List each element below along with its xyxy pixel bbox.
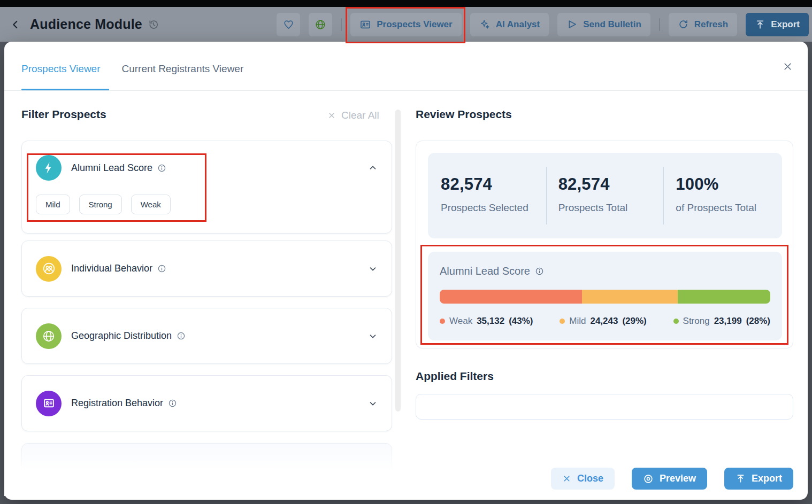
filter-card-partial[interactable] [21, 443, 392, 492]
tabs-divider [4, 90, 808, 91]
sparkle-icon [479, 19, 491, 30]
prospects-viewer-button[interactable]: Prospects Viewer [350, 13, 461, 36]
chevron-down-icon[interactable] [368, 264, 378, 274]
stat-percent-of-total: 100% of Prospects Total [664, 175, 781, 216]
prospects-viewer-label: Prospects Viewer [377, 19, 452, 30]
lightning-icon [36, 155, 62, 181]
stat-label: Prospects Selected [441, 200, 529, 216]
info-icon[interactable] [177, 331, 186, 340]
ai-analyst-label: AI Analyst [496, 19, 540, 30]
legend-dot [560, 319, 565, 324]
tab-current-registrants-viewer[interactable]: Current Registrants Viewer [122, 63, 244, 75]
modal-footer: Close Preview Export [551, 468, 793, 490]
filter-chips: Mild Strong Weak [22, 181, 392, 214]
legend-value: 23,199 [714, 316, 742, 327]
globe-icon [36, 323, 62, 349]
stat-value: 82,574 [558, 175, 664, 194]
history-icon[interactable] [148, 19, 159, 30]
preview-button[interactable]: Preview [632, 468, 707, 490]
prospects-stats-panel: 82,574 Prospects Selected 82,574 Prospec… [428, 153, 782, 238]
bar-segment-strong [678, 290, 770, 304]
language-button[interactable] [309, 13, 332, 36]
filter-card-geographic-distribution[interactable]: Geographic Distribution [21, 308, 392, 364]
legend-item-mild: Mild 24,243 (29%) [560, 316, 647, 327]
filter-prospects-heading: Filter Prospects [21, 108, 106, 121]
filter-card-alumni-lead-score[interactable]: Alumni Lead Score Mild Strong Weak [21, 141, 392, 234]
close-icon [782, 61, 793, 72]
chevron-down-icon[interactable] [368, 331, 378, 341]
bar-segment-mild [582, 290, 678, 304]
filter-card-header: Individual Behavior [22, 241, 392, 296]
filter-card-individual-behavior[interactable]: Individual Behavior [21, 241, 392, 297]
eye-icon [643, 474, 654, 484]
info-icon[interactable] [157, 164, 166, 173]
clear-all-button[interactable]: Clear All [327, 110, 379, 121]
chip-mild[interactable]: Mild [36, 195, 70, 214]
stat-prospects-total: 82,574 Prospects Total [547, 175, 664, 216]
id-card-icon [359, 19, 371, 30]
legend-label: Mild [569, 316, 586, 327]
legend-value: 35,132 [477, 316, 504, 327]
refresh-button[interactable]: Refresh [669, 13, 737, 36]
tab-prospects-viewer[interactable]: Prospects Viewer [21, 63, 101, 75]
legend-value: 24,243 [590, 316, 618, 327]
chevron-up-icon[interactable] [368, 163, 378, 173]
legend-percent: (29%) [622, 316, 646, 327]
close-icon [327, 111, 336, 120]
page-title: Audience Module [30, 17, 142, 32]
legend-percent: (43%) [509, 316, 533, 327]
stacked-bar [440, 290, 770, 304]
filter-name: Registration Behavior [71, 398, 163, 409]
chip-strong[interactable]: Strong [79, 195, 122, 214]
chip-weak[interactable]: Weak [131, 195, 171, 214]
legend-dot [440, 319, 445, 324]
legend-percent: (28%) [746, 316, 770, 327]
ai-analyst-button[interactable]: AI Analyst [470, 13, 549, 36]
export-button[interactable]: Export [724, 468, 793, 490]
left-panel-scrollbar[interactable] [395, 110, 401, 412]
close-button[interactable]: Close [551, 468, 615, 490]
stat-value: 82,574 [441, 175, 546, 194]
id-card-icon [36, 391, 62, 416]
legend-label: Weak [449, 316, 472, 327]
chart-title: Alumni Lead Score [440, 265, 530, 277]
export-label: Export [752, 473, 782, 484]
chart-legend: Weak 35,132 (43%) Mild 24,243 (29%) Stro… [440, 316, 770, 327]
alumni-lead-score-chart-card: Alumni Lead Score Weak 35,132 (43%) [428, 252, 782, 340]
globe-icon [315, 19, 326, 30]
refresh-icon [678, 19, 689, 30]
filter-card-registration-behavior[interactable]: Registration Behavior [21, 375, 392, 431]
prospects-viewer-modal: Prospects Viewer Current Registrants Vie… [4, 42, 808, 500]
legend-label: Strong [683, 316, 710, 327]
review-summary-card: 82,574 Prospects Selected 82,574 Prospec… [416, 141, 793, 348]
filter-name: Alumni Lead Score [71, 162, 152, 174]
stat-label: of Prospects Total [676, 200, 764, 216]
toolbar-right: Prospects Viewer AI Analyst Send Bulleti… [277, 12, 809, 36]
upload-icon [736, 474, 746, 484]
review-prospects-heading: Review Prospects [416, 108, 512, 121]
app-toolbar: Audience Module [0, 7, 812, 42]
clear-all-label: Clear All [341, 110, 379, 121]
toolbar-separator [659, 18, 660, 31]
info-icon[interactable] [157, 264, 166, 273]
back-button[interactable] [6, 15, 25, 34]
favorite-button[interactable] [277, 13, 300, 36]
stat-prospects-selected: 82,574 Prospects Selected [429, 175, 546, 216]
preview-label: Preview [660, 473, 696, 484]
toolbar-left: Audience Module [6, 7, 159, 42]
export-top-label: Export [771, 19, 800, 30]
legend-item-strong: Strong 23,199 (28%) [673, 316, 770, 327]
prospects-viewer-wrap: Prospects Viewer [350, 13, 461, 36]
applied-filters-heading: Applied Filters [416, 370, 494, 383]
users-icon [36, 256, 62, 282]
info-icon[interactable] [168, 399, 177, 408]
send-bulletin-button[interactable]: Send Bulletin [557, 13, 650, 36]
export-button-top[interactable]: Export [746, 13, 809, 36]
info-icon[interactable] [535, 267, 544, 276]
filter-card-header: Alumni Lead Score [22, 141, 392, 181]
chevron-down-icon[interactable] [368, 399, 378, 408]
top-black-strip [0, 0, 812, 7]
close-icon [562, 474, 571, 483]
stat-label: Prospects Total [558, 200, 647, 216]
modal-close-button[interactable] [779, 58, 796, 75]
